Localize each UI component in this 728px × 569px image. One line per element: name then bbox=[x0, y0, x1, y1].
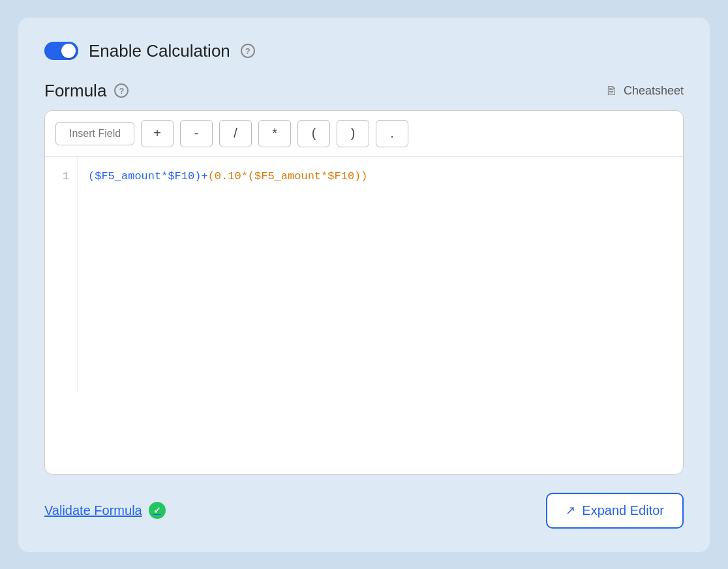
formula-header-left: Formula ? bbox=[44, 81, 129, 101]
divide-label: / bbox=[234, 126, 237, 141]
operator-plus-button[interactable]: + bbox=[141, 120, 174, 147]
formula-help-icon[interactable]: ? bbox=[114, 83, 129, 98]
cheatsheet-label: Cheatsheet bbox=[624, 84, 684, 98]
open-paren-label: ( bbox=[312, 126, 316, 141]
validate-formula-button[interactable]: Validate Formula ✓ bbox=[44, 502, 166, 519]
insert-field-button[interactable]: Insert Field bbox=[55, 122, 134, 145]
code-content[interactable]: ($F5_amount*$F10)+(0.10*($F5_amount*$F10… bbox=[78, 157, 683, 392]
code-area[interactable]: 1 ($F5_amount*$F10)+(0.10*($F5_amount*$F… bbox=[45, 157, 683, 392]
validate-success-icon: ✓ bbox=[149, 502, 166, 519]
code-part1: ($F5_amount*$F10)+ bbox=[88, 170, 208, 182]
operator-multiply-button[interactable]: * bbox=[258, 120, 291, 147]
bottom-actions: Validate Formula ✓ ↗ Expand Editor bbox=[44, 493, 684, 529]
code-part2: (0.10*($F5_amount*$F10)) bbox=[208, 170, 368, 182]
cheatsheet-icon: 🗎 bbox=[605, 83, 618, 98]
dot-label: . bbox=[390, 126, 394, 141]
line-numbers: 1 bbox=[45, 157, 78, 392]
toggle-knob bbox=[61, 44, 76, 58]
operator-dot-button[interactable]: . bbox=[376, 120, 408, 147]
expand-label: Expand Editor bbox=[582, 503, 664, 518]
toggle-help-icon[interactable]: ? bbox=[241, 44, 255, 58]
plus-label: + bbox=[153, 126, 161, 141]
operator-divide-button[interactable]: / bbox=[219, 120, 252, 147]
cheatsheet-button[interactable]: 🗎 Cheatsheet bbox=[605, 83, 684, 98]
validate-label: Validate Formula bbox=[44, 503, 142, 518]
minus-label: - bbox=[194, 126, 199, 141]
expand-icon: ↗ bbox=[566, 503, 575, 518]
formula-editor: Insert Field + - / * ( ) . bbox=[44, 110, 684, 474]
insert-field-label: Insert Field bbox=[69, 128, 121, 139]
operator-minus-button[interactable]: - bbox=[180, 120, 213, 147]
toggle-row: Enable Calculation ? bbox=[44, 41, 684, 61]
expand-editor-button[interactable]: ↗ Expand Editor bbox=[546, 493, 684, 529]
formula-header: Formula ? 🗎 Cheatsheet bbox=[44, 81, 684, 101]
main-panel: Enable Calculation ? Formula ? 🗎 Cheatsh… bbox=[18, 18, 710, 552]
enable-calculation-toggle[interactable] bbox=[44, 42, 78, 60]
line-number-1: 1 bbox=[63, 170, 69, 182]
multiply-label: * bbox=[272, 126, 277, 141]
formula-title: Formula bbox=[44, 81, 106, 101]
toggle-label: Enable Calculation bbox=[89, 41, 230, 61]
operator-close-paren-button[interactable]: ) bbox=[337, 120, 369, 147]
editor-toolbar: Insert Field + - / * ( ) . bbox=[45, 111, 683, 157]
operator-open-paren-button[interactable]: ( bbox=[297, 120, 330, 147]
close-paren-label: ) bbox=[351, 126, 356, 141]
